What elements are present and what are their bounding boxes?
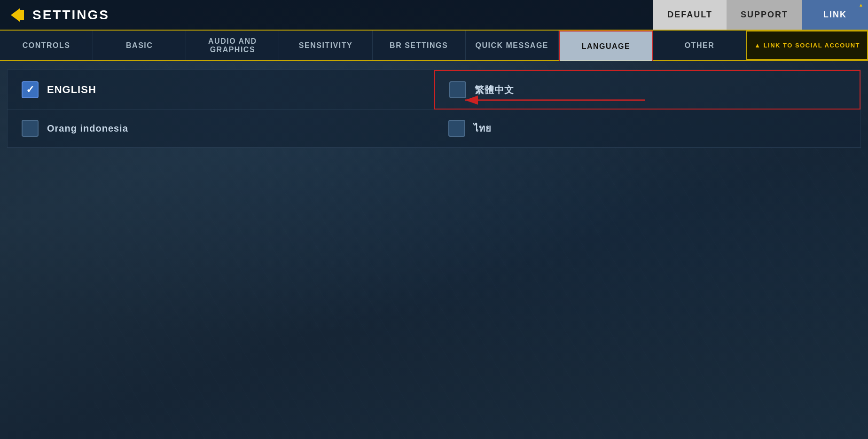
support-button[interactable]: SUPPORT — [727, 0, 802, 30]
language-grid: ENGLISH 繁體中文 Orang indonesia ไทย — [7, 70, 861, 148]
back-icon[interactable] — [7, 5, 27, 25]
tab-sensitivity[interactable]: SENSITIVITY — [279, 31, 372, 60]
tab-quick-message[interactable]: QUICK MESSAGE — [466, 31, 559, 60]
svg-rect-1 — [19, 10, 24, 20]
tab-br-settings[interactable]: BR SETTINGS — [373, 31, 466, 60]
header: SETTINGS DEFAULT SUPPORT LINK — [0, 0, 868, 31]
tab-basic[interactable]: BASIC — [93, 31, 186, 60]
lang-label-traditional-chinese: 繁體中文 — [475, 84, 514, 96]
tab-language[interactable]: LANGUAGE — [559, 31, 653, 61]
tab-controls[interactable]: CONTROLS — [0, 31, 93, 60]
lang-item-english[interactable]: ENGLISH — [8, 70, 434, 110]
checkbox-indonesian[interactable] — [22, 120, 39, 137]
main-content: ENGLISH 繁體中文 Orang indonesia ไทย — [0, 61, 868, 157]
checkbox-english[interactable] — [22, 81, 39, 98]
lang-label-thai: ไทย — [474, 121, 492, 136]
checkbox-thai[interactable] — [448, 120, 465, 137]
lang-item-thai[interactable]: ไทย — [434, 110, 861, 148]
svg-marker-0 — [11, 8, 20, 22]
header-left: SETTINGS — [7, 5, 109, 25]
tab-other[interactable]: OTHER — [653, 31, 746, 60]
tab-link-social[interactable]: ▲ LINK TO SOCIAL ACCOUNT — [746, 31, 868, 60]
page-title: SETTINGS — [32, 8, 109, 23]
lang-label-english: ENGLISH — [47, 84, 96, 96]
nav-tabs: CONTROLS BASIC AUDIO AND GRAPHICS SENSIT… — [0, 31, 868, 61]
default-button[interactable]: DEFAULT — [653, 0, 727, 30]
checkbox-traditional-chinese[interactable] — [449, 81, 466, 98]
header-buttons: DEFAULT SUPPORT LINK — [653, 0, 868, 30]
lang-label-indonesian: Orang indonesia — [47, 123, 128, 134]
lang-item-indonesian[interactable]: Orang indonesia — [8, 110, 434, 148]
lang-item-traditional-chinese[interactable]: 繁體中文 — [434, 70, 861, 110]
link-button[interactable]: LINK — [802, 0, 868, 30]
tab-audio-graphics[interactable]: AUDIO AND GRAPHICS — [186, 31, 279, 60]
